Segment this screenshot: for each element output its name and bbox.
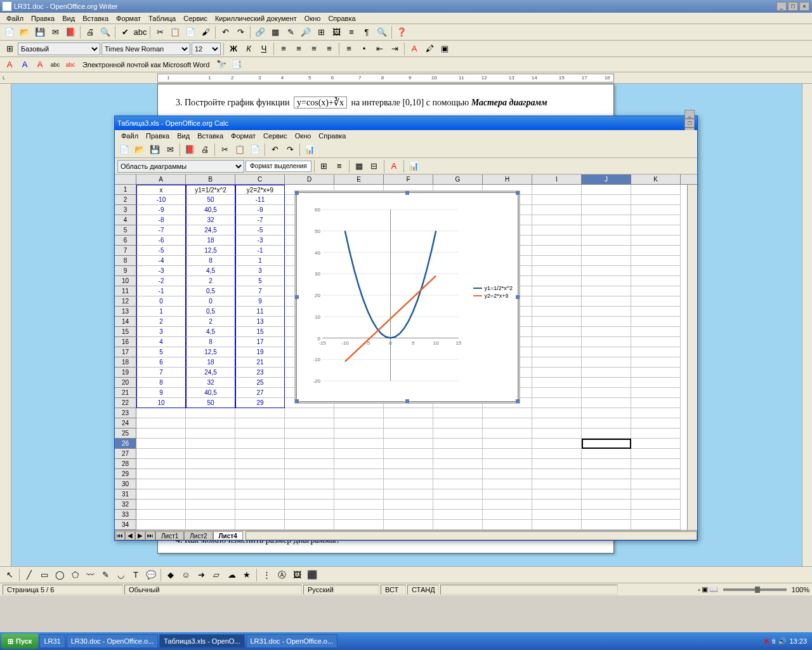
- cell[interactable]: [631, 459, 681, 469]
- cell[interactable]: [532, 408, 582, 418]
- pdf-icon[interactable]: 📕: [63, 25, 77, 39]
- cell[interactable]: [235, 489, 285, 500]
- cell[interactable]: [631, 286, 681, 296]
- cell[interactable]: [186, 459, 235, 469]
- cell[interactable]: [532, 235, 582, 246]
- taskbar-item-lr31doc[interactable]: LR31.doc - OpenOffice.o...: [246, 634, 338, 648]
- calc-horizontal-scrollbar[interactable]: [246, 531, 697, 540]
- cell[interactable]: [532, 185, 582, 195]
- status-std[interactable]: СТАНД: [407, 585, 439, 595]
- cell[interactable]: [483, 469, 532, 479]
- extrude-icon[interactable]: ⬛: [305, 568, 319, 582]
- cell[interactable]: 3: [136, 327, 186, 337]
- cell[interactable]: [532, 428, 582, 439]
- cell[interactable]: [334, 510, 384, 520]
- calc-menu-file[interactable]: Файл: [117, 131, 142, 141]
- callout-shapes-icon[interactable]: ☁: [225, 568, 239, 582]
- cell[interactable]: [235, 408, 285, 418]
- spellcheck-icon[interactable]: ✔: [118, 25, 132, 39]
- bold-button[interactable]: Ж: [226, 42, 240, 56]
- row-header[interactable]: 1: [115, 185, 136, 195]
- row-header[interactable]: 32: [115, 500, 136, 510]
- numbering-icon[interactable]: ≡: [342, 42, 356, 56]
- cell[interactable]: [483, 479, 532, 489]
- cell[interactable]: [235, 469, 285, 479]
- cell[interactable]: [334, 520, 384, 530]
- col-header-G[interactable]: G: [433, 175, 483, 184]
- cell[interactable]: [433, 449, 483, 459]
- calc-save-icon[interactable]: 💾: [148, 143, 162, 157]
- arc-icon[interactable]: ◡: [114, 568, 128, 582]
- cell[interactable]: [285, 449, 334, 459]
- cell[interactable]: [384, 500, 433, 510]
- cell[interactable]: [384, 520, 433, 530]
- cell[interactable]: -8: [136, 215, 186, 225]
- cell[interactable]: 40,5: [186, 205, 235, 215]
- cell[interactable]: 4,5: [186, 327, 235, 337]
- save-icon[interactable]: 💾: [33, 25, 47, 39]
- cell[interactable]: 7: [136, 368, 186, 378]
- writer-minimize-button[interactable]: _: [776, 2, 787, 11]
- row-header[interactable]: 11: [115, 286, 136, 296]
- menu-edit[interactable]: Правка: [27, 13, 58, 23]
- cell[interactable]: 4,5: [186, 266, 235, 276]
- cell[interactable]: [631, 327, 681, 337]
- new-icon[interactable]: 📄: [3, 25, 16, 39]
- cell[interactable]: 18: [186, 357, 235, 368]
- cell[interactable]: [186, 449, 235, 459]
- cell[interactable]: [186, 418, 235, 428]
- cell[interactable]: [136, 428, 186, 439]
- cell[interactable]: [532, 195, 582, 205]
- cell[interactable]: [235, 428, 285, 439]
- cell[interactable]: 9: [136, 388, 186, 398]
- cell[interactable]: [582, 225, 631, 235]
- calc-undo-icon[interactable]: ↶: [268, 143, 282, 157]
- cell[interactable]: -7: [136, 225, 186, 235]
- cell[interactable]: [631, 195, 681, 205]
- cell[interactable]: -5: [136, 246, 186, 256]
- cell[interactable]: [631, 479, 681, 489]
- cell[interactable]: [582, 479, 631, 489]
- cell[interactable]: [235, 510, 285, 520]
- indent-dec-icon[interactable]: ⇤: [372, 42, 386, 56]
- cell[interactable]: 8: [136, 378, 186, 388]
- row-header[interactable]: 10: [115, 276, 136, 286]
- row-header[interactable]: 3: [115, 205, 136, 215]
- cell[interactable]: 32: [186, 378, 235, 388]
- view-book-icon[interactable]: 📖: [709, 585, 718, 594]
- writer-close-button[interactable]: ×: [799, 2, 809, 11]
- cell[interactable]: [631, 296, 681, 307]
- cell[interactable]: [483, 489, 532, 500]
- cell[interactable]: [631, 246, 681, 256]
- cell[interactable]: [582, 317, 631, 327]
- cell[interactable]: [136, 408, 186, 418]
- cell[interactable]: [582, 388, 631, 398]
- cell[interactable]: [532, 205, 582, 215]
- row-header[interactable]: 9: [115, 266, 136, 276]
- curve-icon[interactable]: 〰: [83, 568, 97, 582]
- tray-volume-icon[interactable]: 🔊: [778, 637, 787, 646]
- cell[interactable]: [532, 459, 582, 469]
- preview-icon[interactable]: 🔍: [98, 25, 112, 39]
- col-header-I[interactable]: I: [532, 175, 582, 184]
- row-header[interactable]: 28: [115, 459, 136, 469]
- cell[interactable]: [136, 510, 186, 520]
- table-icon[interactable]: ▦: [268, 25, 282, 39]
- calc-menu-window[interactable]: Окно: [291, 131, 315, 141]
- calc-open-icon[interactable]: 📂: [133, 143, 147, 157]
- bookmark-icon[interactable]: 📑: [230, 58, 244, 72]
- cell[interactable]: [582, 510, 631, 520]
- cell[interactable]: [433, 408, 483, 418]
- cell[interactable]: [631, 418, 681, 428]
- cell[interactable]: [186, 428, 235, 439]
- row-header[interactable]: 14: [115, 317, 136, 327]
- cell[interactable]: [631, 428, 681, 439]
- cell[interactable]: -4: [136, 256, 186, 266]
- col-header-J[interactable]: J: [582, 175, 631, 184]
- fontwork-icon[interactable]: Ⓐ: [275, 568, 289, 582]
- cell[interactable]: [582, 408, 631, 418]
- cell[interactable]: [631, 357, 681, 368]
- tray-ti-icon[interactable]: ti: [772, 637, 776, 645]
- cell[interactable]: -1: [136, 286, 186, 296]
- autospell-icon[interactable]: abc: [133, 25, 147, 39]
